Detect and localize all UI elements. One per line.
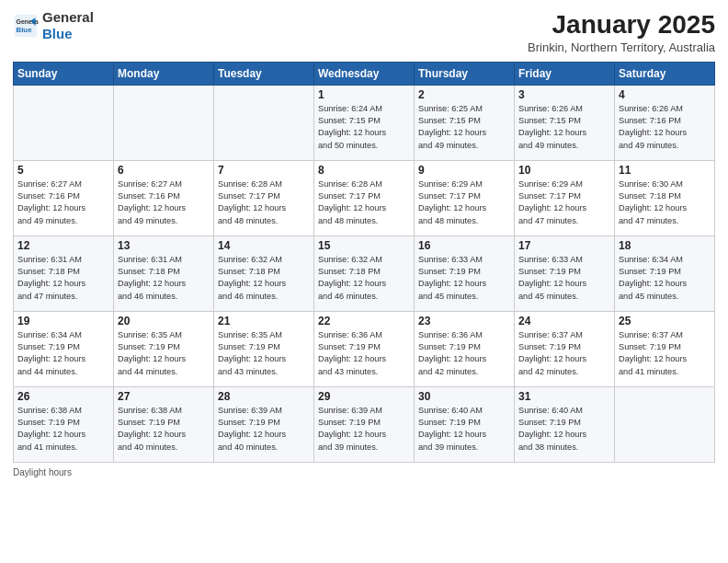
day-number: 21	[218, 315, 310, 327]
day-info: Sunrise: 6:39 AM Sunset: 7:19 PM Dayligh…	[318, 405, 410, 454]
day-number: 22	[318, 315, 410, 327]
day-number: 31	[518, 390, 610, 403]
calendar-cell: 21Sunrise: 6:35 AM Sunset: 7:19 PM Dayli…	[214, 311, 314, 386]
day-number: 13	[118, 239, 210, 252]
day-info: Sunrise: 6:28 AM Sunset: 7:17 PM Dayligh…	[318, 178, 410, 227]
day-header-thursday: Thursday	[415, 62, 515, 85]
day-number: 1	[318, 88, 410, 101]
calendar-cell: 30Sunrise: 6:40 AM Sunset: 7:19 PM Dayli…	[415, 386, 515, 462]
day-number: 26	[17, 390, 109, 403]
calendar-cell: 1Sunrise: 6:24 AM Sunset: 7:15 PM Daylig…	[314, 85, 415, 160]
day-info: Sunrise: 6:25 AM Sunset: 7:15 PM Dayligh…	[418, 103, 510, 152]
calendar-cell: 5Sunrise: 6:27 AM Sunset: 7:16 PM Daylig…	[14, 160, 114, 236]
day-number: 5	[17, 164, 109, 177]
day-header-saturday: Saturday	[615, 62, 715, 85]
calendar-cell: 23Sunrise: 6:36 AM Sunset: 7:19 PM Dayli…	[415, 311, 515, 386]
day-info: Sunrise: 6:36 AM Sunset: 7:19 PM Dayligh…	[318, 329, 410, 378]
day-info: Sunrise: 6:31 AM Sunset: 7:18 PM Dayligh…	[118, 254, 210, 303]
day-info: Sunrise: 6:29 AM Sunset: 7:17 PM Dayligh…	[418, 178, 510, 227]
day-info: Sunrise: 6:34 AM Sunset: 7:19 PM Dayligh…	[619, 254, 711, 303]
day-number: 15	[318, 239, 410, 252]
calendar-cell: 4Sunrise: 6:26 AM Sunset: 7:16 PM Daylig…	[615, 85, 715, 160]
day-header-sunday: Sunday	[14, 62, 114, 85]
day-info: Sunrise: 6:29 AM Sunset: 7:17 PM Dayligh…	[518, 178, 610, 227]
day-info: Sunrise: 6:35 AM Sunset: 7:19 PM Dayligh…	[118, 329, 210, 378]
day-header-wednesday: Wednesday	[314, 62, 415, 85]
calendar-cell: 20Sunrise: 6:35 AM Sunset: 7:19 PM Dayli…	[114, 311, 214, 386]
day-info: Sunrise: 6:38 AM Sunset: 7:19 PM Dayligh…	[118, 405, 210, 454]
day-number: 6	[118, 164, 210, 177]
calendar-cell: 6Sunrise: 6:27 AM Sunset: 7:16 PM Daylig…	[114, 160, 214, 236]
day-header-friday: Friday	[515, 62, 615, 85]
location-subtitle: Brinkin, Northern Territory, Australia	[528, 40, 715, 54]
day-info: Sunrise: 6:30 AM Sunset: 7:18 PM Dayligh…	[619, 178, 711, 227]
day-number: 11	[619, 164, 711, 177]
calendar-week-4: 19Sunrise: 6:34 AM Sunset: 7:19 PM Dayli…	[14, 311, 715, 386]
calendar-cell: 22Sunrise: 6:36 AM Sunset: 7:19 PM Dayli…	[314, 311, 415, 386]
calendar-cell: 10Sunrise: 6:29 AM Sunset: 7:17 PM Dayli…	[515, 160, 615, 236]
day-number: 19	[17, 315, 109, 327]
calendar-header: SundayMondayTuesdayWednesdayThursdayFrid…	[14, 62, 715, 85]
calendar-cell: 16Sunrise: 6:33 AM Sunset: 7:19 PM Dayli…	[415, 236, 515, 311]
day-info: Sunrise: 6:37 AM Sunset: 7:19 PM Dayligh…	[518, 329, 610, 378]
day-number: 14	[218, 239, 310, 252]
svg-text:Blue: Blue	[17, 26, 33, 34]
day-number: 4	[619, 88, 711, 101]
day-number: 7	[218, 164, 310, 177]
day-number: 2	[418, 88, 510, 101]
calendar-cell: 2Sunrise: 6:25 AM Sunset: 7:15 PM Daylig…	[415, 85, 515, 160]
day-info: Sunrise: 6:37 AM Sunset: 7:19 PM Dayligh…	[619, 329, 711, 378]
day-number: 20	[118, 315, 210, 327]
day-number: 24	[518, 315, 610, 327]
day-info: Sunrise: 6:35 AM Sunset: 7:19 PM Dayligh…	[218, 329, 310, 378]
calendar-cell: 9Sunrise: 6:29 AM Sunset: 7:17 PM Daylig…	[415, 160, 515, 236]
day-number: 18	[619, 239, 711, 252]
day-info: Sunrise: 6:39 AM Sunset: 7:19 PM Dayligh…	[218, 405, 310, 454]
day-number: 9	[418, 164, 510, 177]
calendar-cell: 19Sunrise: 6:34 AM Sunset: 7:19 PM Dayli…	[14, 311, 114, 386]
day-info: Sunrise: 6:26 AM Sunset: 7:15 PM Dayligh…	[518, 103, 610, 152]
day-info: Sunrise: 6:26 AM Sunset: 7:16 PM Dayligh…	[619, 103, 711, 152]
day-number: 8	[318, 164, 410, 177]
day-info: Sunrise: 6:34 AM Sunset: 7:19 PM Dayligh…	[17, 329, 109, 378]
day-number: 17	[518, 239, 610, 252]
day-number: 29	[318, 390, 410, 403]
day-info: Sunrise: 6:32 AM Sunset: 7:18 PM Dayligh…	[318, 254, 410, 303]
calendar-cell: 31Sunrise: 6:40 AM Sunset: 7:19 PM Dayli…	[515, 386, 615, 462]
day-number: 25	[619, 315, 711, 327]
calendar-cell: 29Sunrise: 6:39 AM Sunset: 7:19 PM Dayli…	[314, 386, 415, 462]
day-number: 16	[418, 239, 510, 252]
day-info: Sunrise: 6:28 AM Sunset: 7:17 PM Dayligh…	[218, 178, 310, 227]
calendar-week-2: 5Sunrise: 6:27 AM Sunset: 7:16 PM Daylig…	[14, 160, 715, 236]
calendar-cell: 26Sunrise: 6:38 AM Sunset: 7:19 PM Dayli…	[14, 386, 114, 462]
day-number: 3	[518, 88, 610, 101]
day-number: 12	[17, 239, 109, 252]
calendar-cell	[114, 85, 214, 160]
day-info: Sunrise: 6:32 AM Sunset: 7:18 PM Dayligh…	[218, 254, 310, 303]
calendar-week-5: 26Sunrise: 6:38 AM Sunset: 7:19 PM Dayli…	[14, 386, 715, 462]
calendar-cell: 7Sunrise: 6:28 AM Sunset: 7:17 PM Daylig…	[214, 160, 314, 236]
month-title: January 2025	[528, 9, 715, 40]
calendar-cell: 15Sunrise: 6:32 AM Sunset: 7:18 PM Dayli…	[314, 236, 415, 311]
title-block: January 2025 Brinkin, Northern Territory…	[528, 9, 715, 54]
calendar-week-1: 1Sunrise: 6:24 AM Sunset: 7:15 PM Daylig…	[14, 85, 715, 160]
logo-blue: Blue	[42, 26, 94, 42]
day-info: Sunrise: 6:33 AM Sunset: 7:19 PM Dayligh…	[518, 254, 610, 303]
day-info: Sunrise: 6:31 AM Sunset: 7:18 PM Dayligh…	[17, 254, 109, 303]
day-info: Sunrise: 6:36 AM Sunset: 7:19 PM Dayligh…	[418, 329, 510, 378]
calendar-cell: 24Sunrise: 6:37 AM Sunset: 7:19 PM Dayli…	[515, 311, 615, 386]
calendar-cell	[214, 85, 314, 160]
day-number: 28	[218, 390, 310, 403]
calendar-cell: 11Sunrise: 6:30 AM Sunset: 7:18 PM Dayli…	[615, 160, 715, 236]
calendar-cell: 28Sunrise: 6:39 AM Sunset: 7:19 PM Dayli…	[214, 386, 314, 462]
footer-label: Daylight hours	[13, 467, 72, 477]
calendar-week-3: 12Sunrise: 6:31 AM Sunset: 7:18 PM Dayli…	[14, 236, 715, 311]
day-header-monday: Monday	[114, 62, 214, 85]
day-info: Sunrise: 6:40 AM Sunset: 7:19 PM Dayligh…	[518, 405, 610, 454]
calendar-cell: 8Sunrise: 6:28 AM Sunset: 7:17 PM Daylig…	[314, 160, 415, 236]
calendar-cell	[615, 386, 715, 462]
day-info: Sunrise: 6:38 AM Sunset: 7:19 PM Dayligh…	[17, 405, 109, 454]
calendar-table: SundayMondayTuesdayWednesdayThursdayFrid…	[13, 62, 715, 463]
day-info: Sunrise: 6:24 AM Sunset: 7:15 PM Dayligh…	[318, 103, 410, 152]
day-info: Sunrise: 6:27 AM Sunset: 7:16 PM Dayligh…	[118, 178, 210, 227]
